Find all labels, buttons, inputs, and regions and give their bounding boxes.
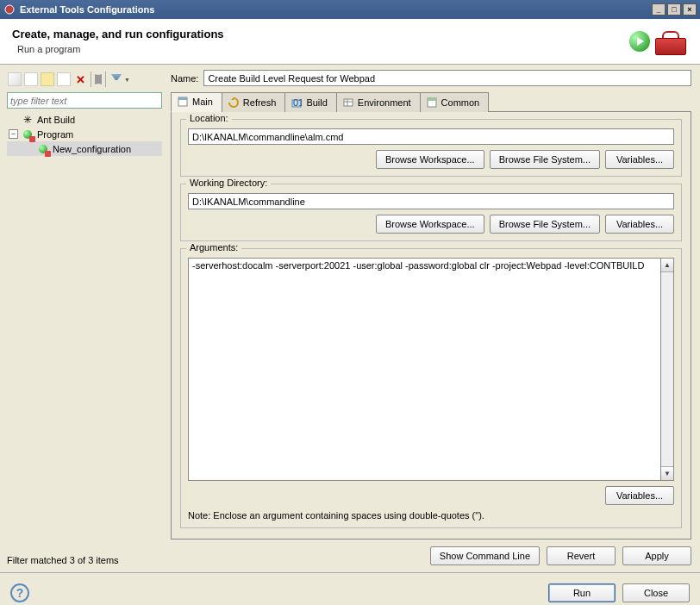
environment-tab-icon [342, 97, 354, 109]
run-button[interactable]: Run [548, 583, 616, 602]
duplicate-icon[interactable] [57, 72, 71, 86]
config-tree: ✳ Ant Build − Program New_configuration [7, 112, 162, 548]
sidebar: ✕ ▼ ✳ Ant Build − Program New_configurat… [0, 65, 166, 572]
location-browse-workspace-button[interactable]: Browse Workspace... [376, 150, 484, 169]
minimize-button[interactable]: _ [652, 3, 666, 16]
tree-item-ant-build[interactable]: ✳ Ant Build [7, 112, 162, 127]
filter-icon[interactable] [109, 72, 123, 86]
arguments-variables-button[interactable]: Variables... [605, 486, 674, 505]
svg-text:010: 010 [293, 97, 302, 108]
collapse-icon[interactable] [95, 74, 102, 84]
expander-icon[interactable]: − [9, 129, 18, 139]
sidebar-toolbar: ✕ ▼ [7, 70, 162, 89]
working-dir-input[interactable] [188, 193, 674, 209]
workdir-browse-filesystem-button[interactable]: Browse File System... [490, 215, 600, 234]
common-tab-icon [426, 97, 438, 109]
workdir-browse-workspace-button[interactable]: Browse Workspace... [376, 215, 484, 234]
filter-status: Filter matched 3 of 3 items [7, 552, 162, 569]
header-subtitle: Run a program [17, 44, 629, 54]
export-icon[interactable] [41, 72, 54, 86]
new-config-icon[interactable] [8, 72, 22, 86]
close-window-button[interactable]: × [683, 3, 697, 16]
location-variables-button[interactable]: Variables... [605, 150, 674, 169]
name-label: Name: [171, 73, 198, 84]
tree-label: Ant Build [37, 115, 75, 125]
window-title: External Tools Configurations [20, 4, 154, 15]
arguments-scrollbar[interactable]: ▲ ▼ [660, 258, 674, 481]
svg-rect-9 [428, 98, 436, 101]
tab-body-main: Location: Browse Workspace... Browse Fil… [171, 112, 691, 540]
revert-button[interactable]: Revert [547, 546, 616, 565]
app-icon [3, 3, 16, 16]
tree-label: New_configuration [53, 144, 131, 154]
tree-item-new-configuration[interactable]: New_configuration [7, 141, 162, 156]
close-button[interactable]: Close [622, 583, 690, 602]
apply-button[interactable]: Apply [622, 546, 691, 565]
svg-point-0 [5, 5, 14, 14]
tab-strip: Main Refresh 010 Build Environment Commo… [171, 91, 691, 112]
arguments-label: Arguments: [186, 242, 241, 253]
title-bar: External Tools Configurations _ □ × [0, 0, 700, 19]
location-input[interactable] [188, 128, 674, 145]
config-panel: Name: Main Refresh 010 Build Environment [166, 65, 700, 572]
name-input[interactable] [203, 70, 691, 86]
filter-input[interactable] [7, 92, 162, 109]
header-title: Create, manage, and run configurations [12, 28, 629, 41]
scroll-down-icon[interactable]: ▼ [661, 466, 673, 480]
location-label: Location: [186, 113, 232, 123]
ant-icon: ✳ [21, 113, 34, 127]
tab-environment[interactable]: Environment [336, 92, 421, 112]
tab-main[interactable]: Main [171, 92, 222, 112]
delete-icon[interactable]: ✕ [73, 72, 87, 86]
scroll-up-icon[interactable]: ▲ [661, 259, 673, 272]
program-icon [36, 142, 50, 156]
arguments-textarea[interactable]: -serverhost:docalm -serverport:20021 -us… [188, 258, 660, 481]
program-icon [21, 128, 34, 141]
maximize-button[interactable]: □ [667, 3, 681, 16]
toolbar-separator [91, 72, 91, 87]
tab-common[interactable]: Common [420, 92, 490, 112]
dialog-footer: ? Run Close [0, 572, 700, 605]
refresh-tab-icon [228, 97, 240, 109]
tab-label: Refresh [243, 97, 277, 108]
main-tab-icon [177, 96, 189, 108]
location-group: Location: Browse Workspace... Browse Fil… [180, 119, 682, 177]
toolbar-separator [105, 72, 106, 87]
tab-label: Environment [358, 97, 411, 108]
dialog-header: Create, manage, and run configurations R… [0, 19, 700, 65]
tree-label: Program [37, 129, 73, 140]
help-icon[interactable]: ? [10, 583, 29, 602]
arguments-note: Note: Enclose an argument containing spa… [188, 510, 674, 521]
run-icon [629, 31, 650, 52]
filter-dropdown-arrow[interactable]: ▼ [124, 77, 130, 83]
tree-item-program[interactable]: − Program [7, 127, 162, 141]
tab-build[interactable]: 010 Build [284, 92, 336, 112]
working-dir-group: Working Directory: Browse Workspace... B… [180, 184, 682, 241]
tab-label: Common [441, 97, 480, 108]
show-command-line-button[interactable]: Show Command Line [430, 546, 540, 565]
toolbox-icon [653, 28, 688, 55]
tab-label: Build [306, 97, 327, 108]
working-dir-label: Working Directory: [186, 178, 271, 188]
svg-rect-5 [344, 99, 353, 106]
tab-refresh[interactable]: Refresh [222, 92, 286, 112]
new-prototype-icon[interactable] [24, 72, 38, 86]
tab-label: Main [192, 97, 213, 107]
location-browse-filesystem-button[interactable]: Browse File System... [490, 150, 600, 169]
build-tab-icon: 010 [291, 97, 303, 109]
arguments-group: Arguments: -serverhost:docalm -serverpor… [180, 248, 682, 528]
svg-rect-2 [178, 97, 187, 100]
workdir-variables-button[interactable]: Variables... [605, 215, 674, 234]
